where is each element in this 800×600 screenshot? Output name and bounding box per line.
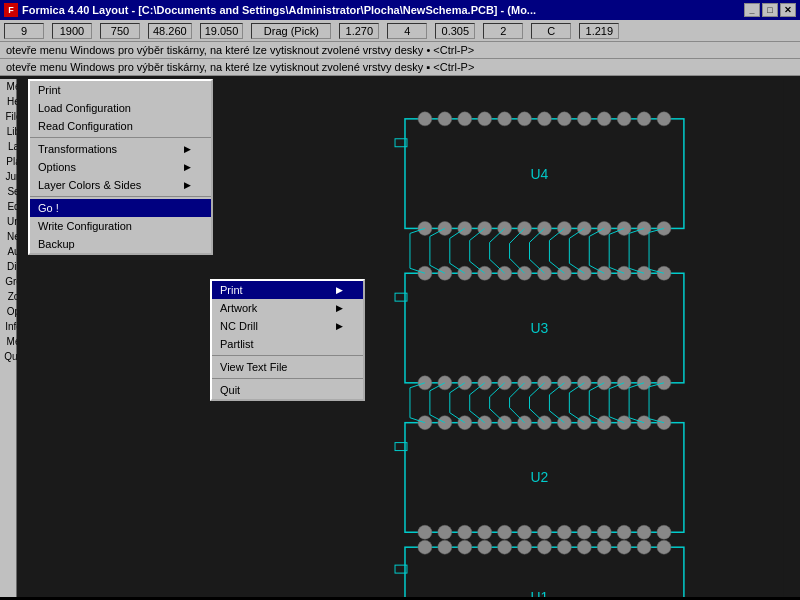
menu-item-options[interactable]: Options ▶ [30, 158, 211, 176]
toolbar-cell-9: C [531, 23, 571, 39]
svg-point-84 [617, 525, 631, 539]
svg-point-54 [597, 376, 611, 390]
menu-item-backup-label: Backup [38, 238, 75, 250]
menu-item-go[interactable]: Go ! [30, 199, 211, 217]
menu-item-layer-colors[interactable]: Layer Colors & Sides ▶ [30, 176, 211, 194]
submenu-item-print[interactable]: Print ▶ [212, 281, 363, 299]
svg-point-64 [478, 416, 492, 430]
svg-point-94 [498, 540, 512, 554]
menu-item-print-label: Print [38, 84, 61, 96]
status-bar: otevře menu Windows pro výběr tiskárny, … [0, 42, 800, 59]
menu-item-go-label: Go ! [38, 202, 59, 214]
svg-text:U1: U1 [531, 589, 549, 597]
svg-point-102 [657, 540, 671, 554]
status-text: otevře menu Windows pro výběr tiskárny, … [6, 44, 474, 56]
svg-point-9 [537, 112, 551, 126]
submenu-item-nc-drill[interactable]: NC Drill ▶ [212, 317, 363, 335]
svg-point-61 [418, 416, 432, 430]
menu-item-print[interactable]: Print [30, 81, 211, 99]
svg-point-69 [577, 416, 591, 430]
menu-separator-2 [30, 196, 211, 197]
submenu-item-quit[interactable]: Quit [212, 381, 363, 399]
menu-item-transformations-label: Transformations [38, 143, 117, 155]
submenu-arrow-icon-3: ▶ [336, 321, 343, 331]
svg-point-45 [418, 376, 432, 390]
svg-point-6 [478, 112, 492, 126]
menu-item-read-config[interactable]: Read Configuration [30, 117, 211, 135]
svg-point-75 [438, 525, 452, 539]
title-controls[interactable]: _ □ ✕ [744, 3, 796, 17]
toolbar-cell-8: 2 [483, 23, 523, 39]
toolbar-cell-0: 9 [4, 23, 44, 39]
svg-point-77 [478, 525, 492, 539]
svg-text:U4: U4 [531, 166, 549, 182]
svg-point-100 [617, 540, 631, 554]
svg-point-5 [458, 112, 472, 126]
menu-item-load-config-label: Load Configuration [38, 102, 131, 114]
svg-point-97 [557, 540, 571, 554]
svg-point-81 [557, 525, 571, 539]
toolbar-cell-7: 0.305 [435, 23, 475, 39]
svg-point-93 [478, 540, 492, 554]
close-button[interactable]: ✕ [780, 3, 796, 17]
svg-point-57 [657, 376, 671, 390]
svg-point-23 [557, 221, 571, 235]
toolbar-cell-6: 4 [387, 23, 427, 39]
svg-point-28 [657, 221, 671, 235]
svg-point-68 [557, 416, 571, 430]
submenu-item-artwork-label: Artwork [220, 302, 257, 314]
arrow-icon-3: ▶ [184, 180, 191, 190]
file-menu[interactable]: Print Load Configuration Read Configurat… [28, 79, 213, 255]
svg-point-86 [657, 525, 671, 539]
maximize-button[interactable]: □ [762, 3, 778, 17]
svg-point-8 [518, 112, 532, 126]
submenu-item-partlist[interactable]: Partlist [212, 335, 363, 353]
menu-item-read-config-label: Read Configuration [38, 120, 133, 132]
toolbar-cell-4: 19.050 [200, 23, 244, 39]
svg-point-3 [418, 112, 432, 126]
toolbar: 9 1900 750 48.260 19.050 Drag (Pick) 1.2… [0, 20, 800, 42]
menu-item-write-config[interactable]: Write Configuration [30, 217, 211, 235]
svg-point-74 [418, 525, 432, 539]
toolbar-cell-2: 750 [100, 23, 140, 39]
submenu-item-view-text-label: View Text File [220, 361, 287, 373]
svg-point-85 [637, 525, 651, 539]
minimize-button[interactable]: _ [744, 3, 760, 17]
svg-point-7 [498, 112, 512, 126]
svg-point-14 [637, 112, 651, 126]
svg-point-70 [597, 416, 611, 430]
svg-point-73 [657, 416, 671, 430]
pcb-tooltip-text: otevře menu Windows pro výběr tiskárny, … [6, 61, 474, 73]
pcb-tooltip: otevře menu Windows pro výběr tiskárny, … [0, 59, 800, 76]
svg-point-11 [577, 112, 591, 126]
submenu-item-artwork[interactable]: Artwork ▶ [212, 299, 363, 317]
svg-point-98 [577, 540, 591, 554]
svg-point-90 [418, 540, 432, 554]
submenu-item-print-label: Print [220, 284, 243, 296]
menu-item-transformations[interactable]: Transformations ▶ [30, 140, 211, 158]
menu-item-load-config[interactable]: Load Configuration [30, 99, 211, 117]
toolbar-cell-mode: Drag (Pick) [251, 23, 331, 39]
submenu-separator-1 [212, 355, 363, 356]
toolbar-cell-1: 1900 [52, 23, 92, 39]
svg-point-16 [418, 221, 432, 235]
svg-point-13 [617, 112, 631, 126]
svg-point-83 [597, 525, 611, 539]
submenu-arrow-icon: ▶ [336, 285, 343, 295]
svg-text:U2: U2 [531, 469, 549, 485]
svg-point-63 [458, 416, 472, 430]
svg-point-12 [597, 112, 611, 126]
svg-point-25 [597, 221, 611, 235]
svg-point-82 [577, 525, 591, 539]
menu-item-backup[interactable]: Backup [30, 235, 211, 253]
menu-separator-1 [30, 137, 211, 138]
print-submenu[interactable]: Print ▶ Artwork ▶ NC Drill ▶ Partlist Vi… [210, 279, 365, 401]
menu-item-options-label: Options [38, 161, 76, 173]
submenu-item-view-text[interactable]: View Text File [212, 358, 363, 376]
svg-point-48 [478, 376, 492, 390]
submenu-arrow-icon-2: ▶ [336, 303, 343, 313]
toolbar-cell-3: 48.260 [148, 23, 192, 39]
svg-text:U3: U3 [531, 320, 549, 336]
menu-item-write-config-label: Write Configuration [38, 220, 132, 232]
svg-point-35 [478, 266, 492, 280]
